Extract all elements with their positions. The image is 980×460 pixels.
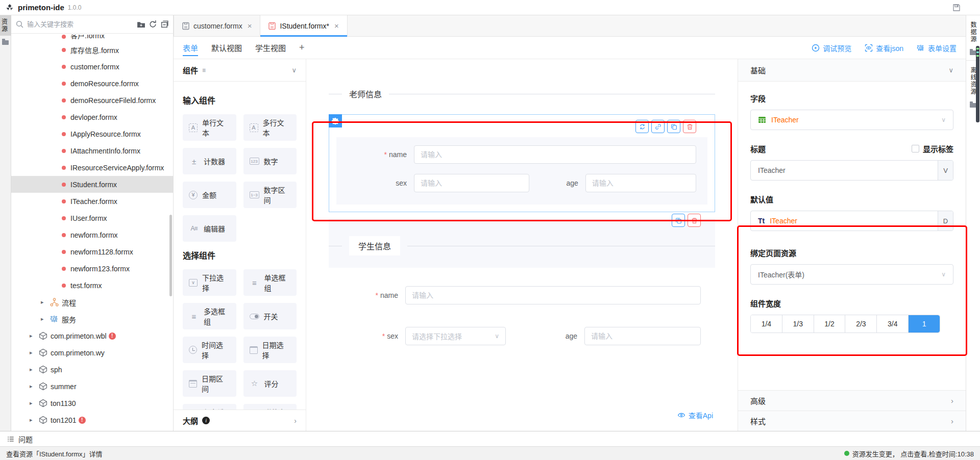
palette-item-单行文本[interactable]: A 单行文本 [183, 114, 236, 141]
collapse-all-icon[interactable] [160, 20, 169, 29]
width-option-1/4[interactable]: 1/4 [751, 315, 782, 333]
tree-item-newform1128.formx[interactable]: newform1128.formx [11, 243, 173, 260]
tree-item-IUser.formx[interactable]: IUser.formx [11, 210, 173, 226]
title-suffix-button[interactable]: V [938, 161, 953, 180]
expand-arrow-icon[interactable]: ▸ [30, 400, 37, 406]
tree-item-clipped[interactable]: 客户.formx [11, 35, 173, 41]
toolbar-action-jeye[interactable]: 查看json [865, 43, 903, 53]
tree-item-IApplyResource.formx[interactable]: IApplyResource.formx [11, 125, 173, 142]
palette-item-数字[interactable]: 123 数字 [243, 148, 297, 174]
tab-datasource[interactable]: 数据源 [969, 15, 977, 46]
teacher-name-input[interactable] [414, 145, 696, 164]
expand-arrow-icon[interactable]: ▸ [30, 417, 37, 423]
palette-item-评分[interactable]: ☆ 评分 [243, 370, 297, 397]
palette-item-开关[interactable]: 开关 [243, 303, 297, 329]
student-component[interactable]: 学生信息 name sex [329, 219, 715, 345]
close-tab-icon[interactable]: × [248, 21, 252, 30]
tree-item-newform.formx[interactable]: newform.formx [11, 226, 173, 243]
problems-bar[interactable]: 问题 [0, 431, 980, 446]
view-api-link[interactable]: 查看Api [677, 410, 713, 420]
default-suffix-button[interactable]: D [938, 211, 953, 231]
student-name-input[interactable] [405, 286, 701, 304]
palette-item-金额[interactable]: ¥ 金额 [183, 182, 236, 208]
title-input[interactable]: ITeacher V [750, 160, 953, 181]
palette-item-计数器[interactable]: ± 计数器 [183, 148, 236, 174]
expand-arrow-icon[interactable]: ▸ [30, 349, 37, 356]
teacher-component-selected[interactable]: name sex age [329, 114, 715, 212]
status-right[interactable]: 资源发生变更， 点击查看,检查时间:10:38 [844, 449, 974, 458]
palette-item-多选框组[interactable]: ≡ 多选框组 [183, 303, 236, 329]
tree-item-ITeacher.formx[interactable]: ITeacher.formx [11, 193, 173, 210]
tree-item-库存信息.formx[interactable]: 库存信息.formx [11, 41, 173, 58]
component-drag-handle[interactable] [329, 114, 342, 127]
tree-item-demoResourceFileld.formx[interactable]: demoResourceFileld.formx [11, 92, 173, 109]
tree-item-sph[interactable]: ▸ sph [11, 361, 173, 378]
sidebar-scrollbar[interactable] [169, 215, 172, 296]
delete-button[interactable] [683, 120, 696, 133]
save-icon[interactable] [952, 4, 961, 12]
tree-item-customer.formx[interactable]: customer.formx [11, 58, 173, 75]
sidebar-tab-resources[interactable]: 资源 [0, 15, 11, 36]
delete-button[interactable] [688, 214, 701, 227]
sync-button[interactable] [635, 120, 649, 133]
width-option-2/3[interactable]: 2/3 [845, 315, 877, 333]
bind-resource-select[interactable]: ITeacher(表单) ∨ [750, 264, 953, 285]
teacher-sex-input[interactable] [414, 174, 529, 192]
view-tab[interactable]: 表单 [183, 37, 198, 59]
palette-item-单选框组[interactable]: ≡ 单选框组 [243, 269, 297, 296]
editor-tab-customer.formx[interactable]: customer.formx × [174, 15, 260, 36]
link-button[interactable] [651, 120, 665, 133]
tree-item-IAttachmentInfo.formx[interactable]: IAttachmentInfo.formx [11, 142, 173, 159]
palette-item-附件上传[interactable]: 附件上传 [243, 404, 297, 410]
expand-arrow-icon[interactable]: ▸ [30, 366, 37, 373]
overview-scrollbar[interactable] [976, 46, 979, 122]
width-option-1/2[interactable]: 1/2 [814, 315, 846, 333]
copy-button[interactable] [672, 214, 685, 227]
tree-item-folder[interactable]: ▸ 流程 [11, 294, 173, 311]
tree-item-summer[interactable]: ▸ summer [11, 378, 173, 395]
tree-item-test.formx[interactable]: test.formx [11, 277, 173, 294]
tree-item-ton1201[interactable]: ▸ ton1201 ! [11, 412, 173, 428]
tree-item-IStudent.formx[interactable]: IStudent.formx [11, 176, 173, 193]
palette-item-时间选择[interactable]: 时间选择 [183, 337, 236, 363]
refresh-icon[interactable] [149, 20, 157, 29]
expand-arrow-icon[interactable]: ▸ [30, 333, 37, 339]
tree-item-devloper.formx[interactable]: devloper.formx [11, 109, 173, 125]
tree-item-newform123.formx[interactable]: newform123.formx [11, 260, 173, 277]
field-select[interactable]: ITeacher ∨ [750, 110, 953, 130]
tree-item-com.primeton.wy[interactable]: ▸ com.primeton.wy [11, 344, 173, 361]
outline-bar[interactable]: 大纲 i › [174, 410, 306, 431]
chevron-down-icon[interactable]: ∨ [291, 66, 297, 74]
status-left-text[interactable]: 查看资源「IStudent.formx」详情 [6, 449, 103, 458]
close-tab-icon[interactable]: × [334, 21, 339, 30]
palette-item-编辑器[interactable]: A≡ 编辑器 [183, 215, 236, 242]
expand-arrow-icon[interactable]: ▸ [30, 383, 37, 390]
inspector-section-样式[interactable]: 样式 › [738, 411, 966, 431]
inspector-header[interactable]: 基础 ∨ [738, 59, 966, 82]
toolbar-action-play[interactable]: 调试预览 [812, 43, 851, 53]
student-sex-select[interactable]: 请选择下拉选择 ∨ [405, 327, 506, 345]
width-option-1/3[interactable]: 1/3 [782, 315, 814, 333]
tree-item-demoResource.formx[interactable]: demoResource.formx [11, 75, 173, 92]
expand-arrow-icon[interactable]: ▸ [41, 299, 48, 305]
view-tab[interactable]: 学生视图 [255, 37, 286, 59]
tree-item-IResourceServiceApply.formx[interactable]: IResourceServiceApply.formx [11, 159, 173, 176]
view-tab[interactable]: 默认视图 [211, 37, 242, 59]
width-option-1[interactable]: 1 [909, 315, 940, 333]
palette-item-日期选择[interactable]: 日期选择 [243, 337, 297, 363]
editor-tab-IStudent.formx[interactable]: IStudent.formx* × [260, 15, 347, 36]
palette-item-下拉选择[interactable]: ∨ 下拉选择 [183, 269, 236, 296]
add-view-button[interactable]: + [299, 42, 305, 53]
student-age-input[interactable] [584, 327, 701, 345]
tree-item-folder[interactable]: ▸ 服务 [11, 311, 173, 327]
copy-button[interactable] [667, 120, 680, 133]
default-value-input[interactable]: TtITeacher D [750, 211, 953, 231]
show-label-checkbox[interactable] [912, 145, 919, 152]
teacher-age-input[interactable] [585, 174, 696, 192]
palette-item-多行文本[interactable]: A 多行文本 [243, 114, 297, 141]
width-option-3/4[interactable]: 3/4 [877, 315, 909, 333]
inspector-section-高级[interactable]: 高级 › [738, 390, 966, 411]
new-folder-icon[interactable] [137, 20, 145, 29]
palette-item-颜色选择[interactable]: ◐ 颜色选择 [183, 404, 236, 410]
tree-item-com.primeton.wbl[interactable]: ▸ com.primeton.wbl ! [11, 327, 173, 344]
